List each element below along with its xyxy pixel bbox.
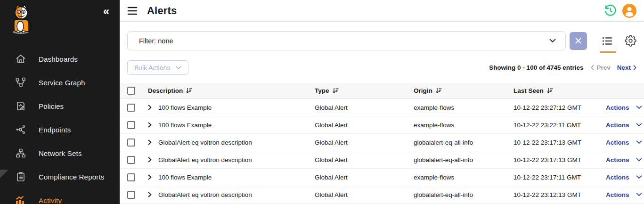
sidebar-item-networksets[interactable]: Network Sets xyxy=(0,141,120,165)
alert-origin: example-flows xyxy=(414,122,508,129)
compliance-reports-icon xyxy=(15,171,26,182)
page-header: Alerts xyxy=(120,0,644,22)
hamburger-menu-icon[interactable] xyxy=(127,7,138,15)
filter-dropdown[interactable]: Filter: none xyxy=(127,31,566,50)
column-header-last-seen[interactable]: Last Seen xyxy=(508,87,597,94)
alert-description: 100 flows Example xyxy=(158,174,212,181)
network-sets-icon xyxy=(15,147,26,159)
alert-type: Global Alert xyxy=(315,139,414,146)
row-checkbox[interactable] xyxy=(127,121,135,129)
sidebar-nav: Dashboards Service Graph Policies Endpoi… xyxy=(0,47,120,204)
table-row: GlobalAlert eq voltron description Globa… xyxy=(120,134,644,151)
alert-last-seen: 10-12-22 23:17:11 GMT xyxy=(508,174,597,181)
sidebar-item-label: Activity xyxy=(39,196,62,204)
alert-origin: example-flows xyxy=(414,174,508,181)
close-icon xyxy=(575,38,581,44)
filter-toolbar: Filter: none xyxy=(120,22,644,50)
table-body: 100 flows Example Global Alert example-f… xyxy=(120,99,644,204)
showing-entries-text: Showing 0 - 100 of 4745 entries xyxy=(489,64,583,71)
user-avatar-icon[interactable] xyxy=(622,4,636,18)
endpoints-icon xyxy=(15,124,26,135)
row-actions-button[interactable]: Actions xyxy=(597,156,642,163)
row-checkbox[interactable] xyxy=(127,173,135,181)
alert-origin: globalalert-eq-all-info xyxy=(414,191,508,198)
sidebar-item-label: Network Sets xyxy=(39,149,82,157)
row-actions-button[interactable]: Actions xyxy=(597,174,642,181)
main-content: Alerts Filter: none xyxy=(120,0,644,204)
activity-icon xyxy=(15,195,26,204)
page-title: Alerts xyxy=(147,5,177,17)
home-icon xyxy=(15,53,26,65)
alert-description: GlobalAlert eq voltron description xyxy=(158,191,252,198)
sidebar: « Dashboards Service Graph Policies Endp… xyxy=(0,0,120,204)
column-header-description[interactable]: Description xyxy=(148,87,315,94)
sidebar-item-activity[interactable]: Activity xyxy=(0,188,120,204)
chevron-left-icon xyxy=(591,65,594,70)
table-row: GlobalAlert eq voltron description Globa… xyxy=(120,151,644,169)
sort-icon xyxy=(436,88,442,94)
expand-row-icon[interactable] xyxy=(148,139,152,145)
settings-gear-icon[interactable] xyxy=(625,35,636,47)
sidebar-item-servicegraph[interactable]: Service Graph xyxy=(0,71,120,94)
bulk-actions-button[interactable]: Bulk Actions xyxy=(127,60,188,75)
expand-row-icon[interactable] xyxy=(148,157,152,163)
chevron-down-icon xyxy=(636,193,642,196)
sidebar-item-compliance[interactable]: Compliance Reports xyxy=(0,165,120,188)
list-view-icon[interactable] xyxy=(601,35,613,47)
chevron-down-icon xyxy=(636,106,642,109)
alert-last-seen: 10-12-22 23:27:12 GMT xyxy=(508,104,597,111)
alert-type: Global Alert xyxy=(315,191,414,198)
sidebar-collapse-button[interactable]: « xyxy=(103,6,109,17)
alert-last-seen: 10-12-22 23:22:11 GMT xyxy=(508,122,597,129)
expand-row-icon[interactable] xyxy=(148,174,152,180)
chevron-down-icon xyxy=(636,158,642,162)
alert-type: Global Alert xyxy=(315,156,414,163)
row-checkbox[interactable] xyxy=(127,104,135,112)
expand-row-icon[interactable] xyxy=(148,192,152,197)
chevron-down-icon xyxy=(636,140,642,144)
row-actions-button[interactable]: Actions xyxy=(597,139,642,146)
row-checkbox[interactable] xyxy=(127,191,135,199)
alert-description: 100 flows Example xyxy=(158,104,212,111)
alert-type: Global Alert xyxy=(315,122,414,129)
alert-origin: globalalert-eq-all-info xyxy=(414,156,508,163)
sidebar-item-policies[interactable]: Policies xyxy=(0,94,120,118)
expand-row-icon[interactable] xyxy=(148,105,152,110)
row-actions-button[interactable]: Actions xyxy=(597,104,642,111)
alert-description: GlobalAlert eq voltron description xyxy=(158,156,252,163)
sidebar-item-label: Dashboards xyxy=(39,55,78,63)
table-row: 100 flows Example Global Alert example-f… xyxy=(120,116,644,134)
history-icon[interactable] xyxy=(604,4,617,17)
table-row: 100 flows Example Global Alert example-f… xyxy=(120,169,644,186)
alert-type: Global Alert xyxy=(315,104,414,111)
filter-dropdown-value: Filter: none xyxy=(139,37,173,45)
sidebar-item-endpoints[interactable]: Endpoints xyxy=(0,118,120,141)
alert-description: GlobalAlert eq voltron description xyxy=(158,139,252,146)
sidebar-item-dashboards[interactable]: Dashboards xyxy=(0,47,120,71)
bulk-actions-label: Bulk Actions xyxy=(134,64,170,72)
row-checkbox[interactable] xyxy=(127,156,135,164)
row-checkbox[interactable] xyxy=(127,139,135,147)
alert-description: 100 flows Example xyxy=(158,122,212,129)
column-header-origin[interactable]: Origin xyxy=(414,87,508,94)
row-actions-button[interactable]: Actions xyxy=(597,191,642,198)
sidebar-item-label: Policies xyxy=(39,102,64,110)
chevron-down-icon xyxy=(636,175,642,179)
prev-page-button[interactable]: Prev xyxy=(591,64,610,71)
clear-filter-button[interactable] xyxy=(570,32,587,50)
next-page-button[interactable]: Next xyxy=(617,64,636,71)
sort-icon xyxy=(186,88,192,94)
row-actions-button[interactable]: Actions xyxy=(597,122,642,129)
alert-origin: globalalert-eq-all-info xyxy=(414,139,508,146)
pagination: Showing 0 - 100 of 4745 entries Prev Nex… xyxy=(489,64,636,71)
select-all-checkbox[interactable] xyxy=(127,87,135,95)
view-switcher xyxy=(601,35,636,47)
policies-icon xyxy=(15,100,26,112)
sort-icon xyxy=(333,88,339,94)
alert-last-seen: 10-12-22 23:12:13 GMT xyxy=(508,191,597,198)
chevron-down-icon xyxy=(176,66,181,70)
service-graph-icon xyxy=(15,77,26,88)
chevron-right-icon xyxy=(633,65,636,70)
column-header-type[interactable]: Type xyxy=(315,87,414,94)
expand-row-icon[interactable] xyxy=(148,122,152,128)
